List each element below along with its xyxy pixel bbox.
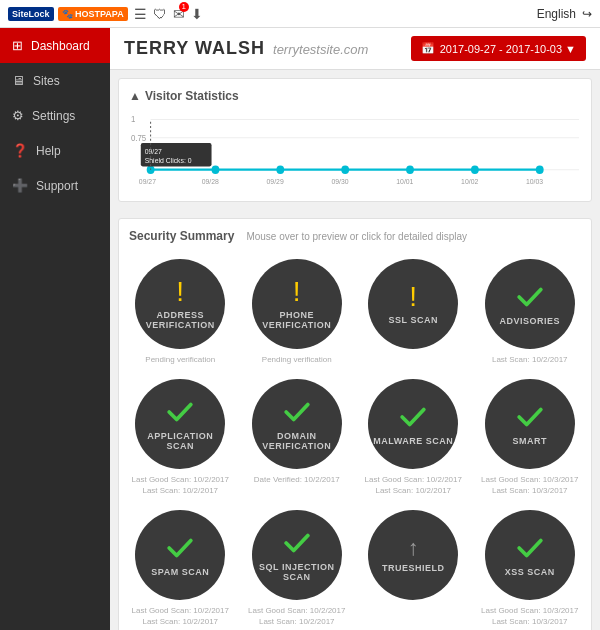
top-bar-right: English ↪ (537, 7, 592, 21)
dashboard-icon: ⊞ (12, 38, 23, 53)
download-icon[interactable]: ⬇ (191, 6, 203, 22)
logo-area: SiteLock 🐾 HOSTPAPA (8, 7, 128, 21)
sidebar-item-dashboard[interactable]: ⊞ Dashboard (0, 28, 110, 63)
security-item-smart[interactable]: SMART Last Good Scan: 10/3/2017Last Scan… (479, 379, 582, 496)
svg-text:10/02: 10/02 (461, 177, 478, 185)
sidebar-item-help[interactable]: ❓ Help (0, 133, 110, 168)
security-sub-spam-scan: Last Good Scan: 10/2/2017Last Scan: 10/2… (132, 606, 229, 627)
sidebar: ⊞ Dashboard 🖥 Sites ⚙ Settings ❓ Help ➕ … (0, 28, 110, 630)
security-label-address-verification: ADDRESS VERIFICATION (135, 310, 225, 330)
logout-icon[interactable]: ↪ (582, 7, 592, 21)
security-sub-phone-verification: Pending verification (262, 355, 332, 365)
page-title-name: TERRY WALSH (124, 38, 265, 59)
security-sub-sql-injection-scan: Last Good Scan: 10/2/2017Last Scan: 10/2… (248, 606, 345, 627)
svg-text:09/30: 09/30 (331, 177, 348, 185)
sidebar-item-sites[interactable]: 🖥 Sites (0, 63, 110, 98)
security-item-malware-scan[interactable]: MALWARE SCAN Last Good Scan: 10/2/2017La… (362, 379, 465, 496)
security-summary-card: Security Summary Mouse over to preview o… (118, 218, 592, 630)
security-item-domain-verification[interactable]: DOMAIN VERIFICATION Date Verified: 10/2/… (246, 379, 349, 496)
svg-text:10/01: 10/01 (396, 177, 413, 185)
chevron-up-icon[interactable]: ▲ (129, 89, 141, 103)
sites-icon: 🖥 (12, 73, 25, 88)
security-circle-spam-scan: SPAM SCAN (135, 510, 225, 600)
svg-text:0.75: 0.75 (131, 134, 147, 143)
menu-icon[interactable]: ☰ (134, 6, 147, 22)
svg-text:09/29: 09/29 (267, 177, 284, 185)
sidebar-label-help: Help (36, 144, 61, 158)
security-sub-application-scan: Last Good Scan: 10/2/2017Last Scan: 10/2… (132, 475, 229, 496)
page-title-area: TERRY WALSH terrytestsite.com (124, 38, 368, 59)
svg-text:09/27: 09/27 (139, 177, 156, 185)
security-circle-malware-scan: MALWARE SCAN (368, 379, 458, 469)
page-title-site: terrytestsite.com (273, 42, 368, 57)
security-circle-domain-verification: DOMAIN VERIFICATION (252, 379, 342, 469)
svg-point-11 (536, 165, 544, 174)
security-item-address-verification[interactable]: ! ADDRESS VERIFICATION Pending verificat… (129, 259, 232, 365)
security-item-sql-injection-scan[interactable]: SQL INJECTION SCAN Last Good Scan: 10/2/… (246, 510, 349, 627)
svg-point-7 (276, 165, 284, 174)
svg-point-9 (406, 165, 414, 174)
content-area: TERRY WALSH terrytestsite.com 📅 2017-09-… (110, 28, 600, 630)
security-item-trueshield[interactable]: ↑ TRUESHIELD (362, 510, 465, 627)
sidebar-item-settings[interactable]: ⚙ Settings (0, 98, 110, 133)
security-item-xss-scan[interactable]: XSS SCAN Last Good Scan: 10/3/2017Last S… (479, 510, 582, 627)
security-sub-smart: Last Good Scan: 10/3/2017Last Scan: 10/3… (481, 475, 578, 496)
warning-icon: ! (293, 278, 301, 306)
svg-point-8 (341, 165, 349, 174)
security-sub-domain-verification: Date Verified: 10/2/2017 (254, 475, 340, 485)
security-circle-xss-scan: XSS SCAN (485, 510, 575, 600)
security-circle-address-verification: ! ADDRESS VERIFICATION (135, 259, 225, 349)
security-label-phone-verification: PHONE VERIFICATION (252, 310, 342, 330)
security-label-smart: SMART (513, 436, 548, 446)
top-bar: SiteLock 🐾 HOSTPAPA ☰ 🛡 ✉1 ⬇ English ↪ (0, 0, 600, 28)
security-item-ssl-scan[interactable]: ! SSL SCAN (362, 259, 465, 365)
security-circle-ssl-scan: ! SSL SCAN (368, 259, 458, 349)
security-label-malware-scan: MALWARE SCAN (373, 436, 453, 446)
security-label-domain-verification: DOMAIN VERIFICATION (252, 431, 342, 451)
mail-icon[interactable]: ✉1 (173, 6, 185, 22)
sidebar-label-settings: Settings (32, 109, 75, 123)
mail-badge: 1 (179, 2, 189, 12)
content-header: TERRY WALSH terrytestsite.com 📅 2017-09-… (110, 28, 600, 70)
security-label-ssl-scan: SSL SCAN (389, 315, 438, 325)
visitor-stats-title: ▲ Visitor Statistics (129, 89, 581, 103)
sidebar-label-support: Support (36, 179, 78, 193)
sidebar-label-sites: Sites (33, 74, 60, 88)
checkmark-icon (282, 397, 312, 427)
checkmark-icon (165, 397, 195, 427)
visitor-chart: 1 0.75 09/27 (129, 111, 581, 191)
security-item-phone-verification[interactable]: ! PHONE VERIFICATION Pending verificatio… (246, 259, 349, 365)
security-label-sql-injection-scan: SQL INJECTION SCAN (252, 562, 342, 582)
language-label: English (537, 7, 576, 21)
checkmark-icon (398, 402, 428, 432)
security-item-spam-scan[interactable]: SPAM SCAN Last Good Scan: 10/2/2017Last … (129, 510, 232, 627)
settings-icon: ⚙ (12, 108, 24, 123)
main-layout: ⊞ Dashboard 🖥 Sites ⚙ Settings ❓ Help ➕ … (0, 28, 600, 630)
security-circle-smart: SMART (485, 379, 575, 469)
security-item-advisories[interactable]: ADVISORIES Last Scan: 10/2/2017 (479, 259, 582, 365)
calendar-icon: 📅 (421, 42, 435, 55)
security-label-application-scan: APPLICATION SCAN (135, 431, 225, 451)
security-summary-title: Security Summary Mouse over to preview o… (129, 229, 581, 243)
security-sub-xss-scan: Last Good Scan: 10/3/2017Last Scan: 10/3… (481, 606, 578, 627)
warning-icon: ! (409, 283, 417, 311)
shield-icon[interactable]: 🛡 (153, 6, 167, 22)
warning-icon: ! (176, 278, 184, 306)
date-range-button[interactable]: 📅 2017-09-27 - 2017-10-03 ▼ (411, 36, 586, 61)
svg-point-10 (471, 165, 479, 174)
checkmark-icon (282, 528, 312, 558)
sidebar-item-support[interactable]: ➕ Support (0, 168, 110, 203)
security-sub-address-verification: Pending verification (145, 355, 215, 365)
security-circle-sql-injection-scan: SQL INJECTION SCAN (252, 510, 342, 600)
sitelock-logo: SiteLock (8, 7, 54, 21)
checkmark-icon (165, 533, 195, 563)
top-bar-left: SiteLock 🐾 HOSTPAPA ☰ 🛡 ✉1 ⬇ (8, 6, 203, 22)
security-item-application-scan[interactable]: APPLICATION SCAN Last Good Scan: 10/2/20… (129, 379, 232, 496)
sidebar-label-dashboard: Dashboard (31, 39, 90, 53)
security-sub-malware-scan: Last Good Scan: 10/2/2017Last Scan: 10/2… (365, 475, 462, 496)
security-circle-application-scan: APPLICATION SCAN (135, 379, 225, 469)
svg-text:Shield Clicks: 0: Shield Clicks: 0 (145, 157, 192, 165)
hostpapa-logo: 🐾 HOSTPAPA (58, 7, 128, 21)
security-label-trueshield: TRUESHIELD (382, 563, 445, 573)
checkmark-icon (515, 533, 545, 563)
